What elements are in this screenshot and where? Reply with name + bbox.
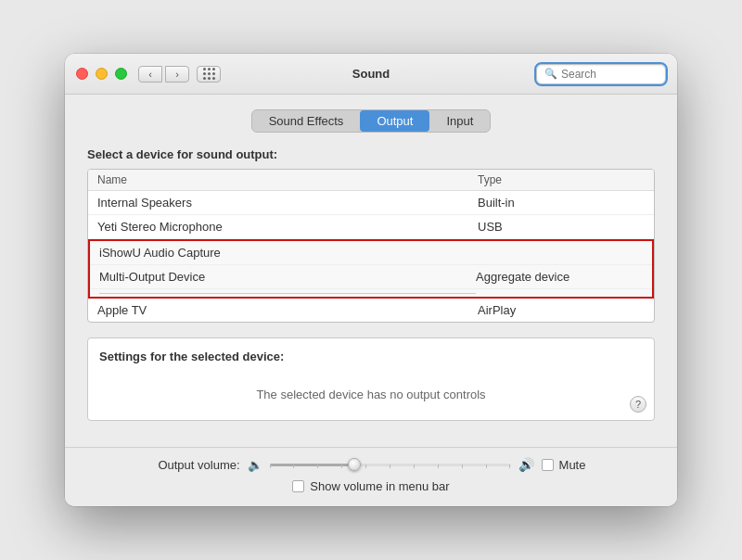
table-row-divider — [90, 289, 652, 297]
window-title: Sound — [352, 67, 390, 81]
forward-button[interactable]: › — [165, 66, 189, 83]
sound-preferences-window: ‹ › Sound 🔍 Sound Effects Output Input — [65, 54, 677, 506]
help-button[interactable]: ? — [630, 396, 646, 413]
nav-buttons: ‹ › — [138, 66, 189, 83]
tab-input[interactable]: Input — [429, 110, 490, 132]
tab-sound-effects[interactable]: Sound Effects — [252, 110, 361, 132]
search-box[interactable]: 🔍 — [536, 64, 666, 84]
table-row[interactable]: Multi-Output Device Aggregate device — [90, 265, 652, 289]
device-name: iShowU Audio Capture — [99, 246, 476, 260]
tab-group: Sound Effects Output Input — [251, 109, 492, 133]
device-name: Yeti Stereo Microphone — [97, 220, 478, 234]
col-type-header: Type — [478, 173, 645, 186]
main-content: Sound Effects Output Input Select a devi… — [65, 95, 677, 447]
show-volume-label: Show volume in menu bar — [310, 479, 449, 493]
grid-view-button[interactable] — [197, 66, 221, 83]
volume-low-icon: 🔈 — [248, 458, 262, 472]
device-type: AirPlay — [478, 303, 645, 317]
volume-high-icon: 🔊 — [518, 457, 534, 472]
mute-row: Mute — [542, 458, 586, 472]
settings-section: Settings for the selected device: The se… — [87, 337, 655, 421]
device-type: Built-in — [478, 196, 645, 210]
settings-title: Settings for the selected device: — [99, 350, 643, 363]
volume-slider-container — [270, 457, 511, 472]
device-table: Name Type Internal Speakers Built-in Yet… — [87, 169, 655, 323]
device-name: Multi-Output Device — [99, 270, 476, 284]
mute-checkbox[interactable] — [542, 459, 554, 471]
tabs-row: Sound Effects Output Input — [87, 109, 655, 133]
table-row[interactable]: iShowU Audio Capture — [90, 241, 652, 265]
search-input[interactable] — [561, 68, 658, 81]
bottom-controls: Output volume: 🔈 — [65, 447, 677, 506]
tab-output[interactable]: Output — [360, 110, 429, 132]
back-button[interactable]: ‹ — [138, 66, 162, 83]
devices-section-title: Select a device for sound output: — [87, 147, 655, 161]
show-volume-row: Show volume in menu bar — [87, 479, 655, 493]
device-type — [476, 246, 643, 260]
volume-row: Output volume: 🔈 — [87, 457, 655, 472]
device-name: Internal Speakers — [97, 196, 478, 210]
device-type: Aggregate device — [476, 270, 643, 284]
table-header: Name Type — [88, 170, 654, 191]
volume-label: Output volume: — [157, 458, 240, 472]
maximize-button[interactable] — [115, 68, 127, 80]
title-bar: ‹ › Sound 🔍 — [65, 54, 677, 95]
mute-label: Mute — [559, 458, 586, 472]
device-name: Apple TV — [97, 303, 478, 317]
traffic-lights — [76, 68, 127, 80]
close-button[interactable] — [76, 68, 88, 80]
table-row[interactable]: Apple TV AirPlay — [88, 299, 654, 322]
red-highlight-group: iShowU Audio Capture Multi-Output Device… — [88, 239, 654, 299]
table-row[interactable]: Internal Speakers Built-in — [88, 191, 654, 215]
col-name-header: Name — [97, 173, 478, 186]
show-volume-checkbox[interactable] — [292, 480, 304, 492]
search-icon: 🔍 — [544, 68, 557, 80]
minimize-button[interactable] — [96, 68, 108, 80]
no-controls-text: The selected device has no output contro… — [99, 373, 643, 409]
device-type: USB — [478, 220, 645, 234]
table-row[interactable]: Yeti Stereo Microphone USB — [88, 215, 654, 239]
